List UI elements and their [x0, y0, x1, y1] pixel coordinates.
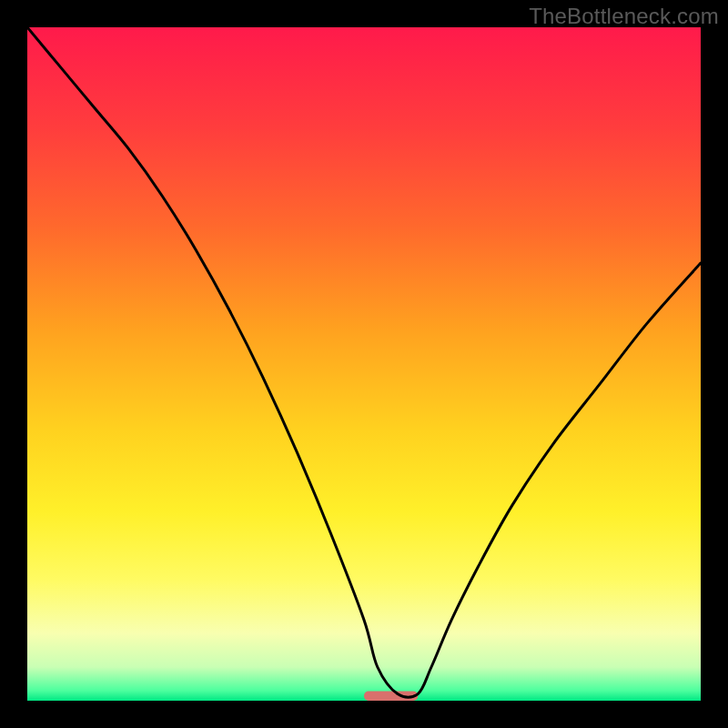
- chart-frame: TheBottleneck.com: [0, 0, 728, 728]
- chart-svg: [27, 27, 701, 701]
- plot-area: [27, 27, 701, 701]
- watermark-text: TheBottleneck.com: [529, 4, 719, 29]
- gradient-backdrop: [27, 27, 701, 701]
